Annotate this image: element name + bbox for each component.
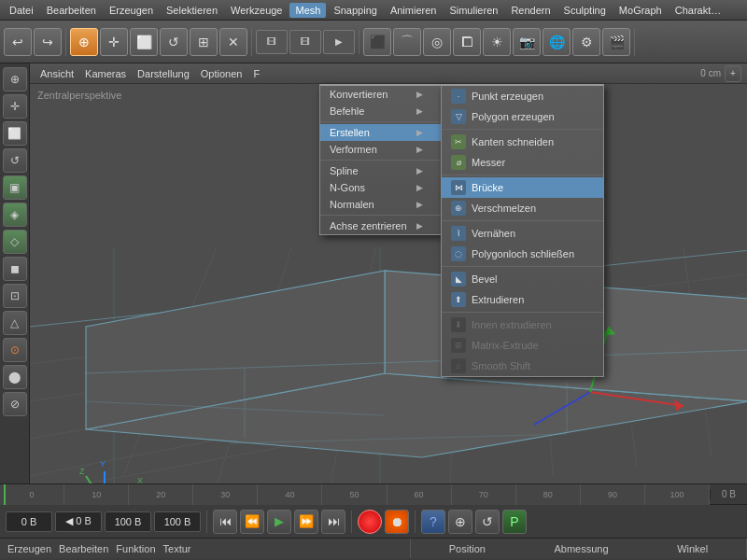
undo-btn[interactable]: ↩ <box>4 28 32 56</box>
curve-btn[interactable]: ⌒ <box>393 28 421 56</box>
transport-play[interactable]: ▶ <box>267 510 291 534</box>
status-textur[interactable]: Textur <box>163 543 191 554</box>
viewport[interactable]: Ansicht Kameras Darstellung Optionen F 0… <box>30 63 747 483</box>
menu-bearbeiten[interactable]: Bearbeiten <box>41 3 102 18</box>
transport-next[interactable]: ⏩ <box>294 510 318 534</box>
sidebar-tool7-btn[interactable]: ⊙ <box>3 338 27 362</box>
menu-datei[interactable]: Datei <box>4 3 39 18</box>
transport-key2[interactable]: ↺ <box>475 510 500 534</box>
transport-time-input[interactable] <box>6 511 52 532</box>
menu-werkzeuge[interactable]: Werkzeuge <box>225 3 288 18</box>
menu-erzeugen[interactable]: Erzeugen <box>104 3 159 18</box>
viewport-expand-btn[interactable]: + <box>725 65 741 82</box>
status-erzeugen[interactable]: Erzeugen <box>7 543 51 554</box>
cube-btn[interactable]: ⬛ <box>363 28 391 56</box>
rotate-btn[interactable]: ↺ <box>160 28 188 56</box>
sub-bruecke[interactable]: ⋈ Brücke <box>442 177 603 198</box>
mesh-achse[interactable]: Achse zentrieren <box>320 217 442 234</box>
viewport-menu-kameras[interactable]: Kameras <box>80 66 131 81</box>
sidebar-tool8-btn[interactable]: ⬤ <box>3 365 27 389</box>
sidebar-tool6-btn[interactable]: △ <box>3 311 27 335</box>
erstellen-submenu[interactable]: · Punkt erzeugen ▽ Polygon erzeugen ✂ Ka… <box>441 84 604 377</box>
sub-messer[interactable]: ⌀ Messer <box>442 152 603 173</box>
sub-polygon-erzeugen[interactable]: ▽ Polygon erzeugen <box>442 106 603 127</box>
mesh-normalen[interactable]: Normalen <box>320 196 442 213</box>
status-funktion[interactable]: Funktion <box>116 543 155 554</box>
sub-sep1 <box>442 129 603 130</box>
mesh-verformen[interactable]: Verformen <box>320 141 442 158</box>
sub-punkt-erzeugen[interactable]: · Punkt erzeugen <box>442 86 603 106</box>
transport-to-end[interactable]: ⏭ <box>321 510 345 534</box>
sidebar-magnet-btn[interactable]: ⊡ <box>3 284 27 308</box>
camera-btn[interactable]: 📷 <box>513 28 541 56</box>
sidebar-point-btn[interactable]: ◈ <box>3 203 27 227</box>
mesh-spline[interactable]: Spline <box>320 162 442 179</box>
nurbs-btn[interactable]: ◎ <box>423 28 451 56</box>
sub-verschmelzen[interactable]: ⊕ Verschmelzen <box>442 198 603 218</box>
select-btn[interactable]: ⊕ <box>70 28 98 56</box>
sidebar-rotate-btn[interactable]: ↺ <box>3 148 27 173</box>
menu-animieren[interactable]: Animieren <box>385 3 443 18</box>
menu-sculpting[interactable]: Sculpting <box>558 3 612 18</box>
sidebar-tool4-btn[interactable]: ◼ <box>3 257 27 281</box>
film-icon-3[interactable]: ▶ <box>323 30 355 54</box>
top-menubar: Datei Bearbeiten Erzeugen Selektieren We… <box>0 0 747 21</box>
sidebar-scale-btn[interactable]: ⬜ <box>3 121 27 146</box>
light-btn[interactable]: ☀ <box>483 28 511 56</box>
mesh-erstellen[interactable]: Erstellen <box>320 124 442 141</box>
move-btn[interactable]: ✛ <box>100 28 128 56</box>
menu-mesh[interactable]: Mesh <box>289 3 326 18</box>
mesh-befehle[interactable]: Befehle <box>320 103 442 119</box>
mesh-ngons[interactable]: N-Gons <box>320 179 442 196</box>
sub-extrudieren[interactable]: ⬆ Extrudieren <box>442 289 603 310</box>
sidebar-select-btn[interactable]: ⊕ <box>3 67 27 91</box>
fx-btn[interactable]: ⚙ <box>572 28 600 56</box>
viewport-menu-f[interactable]: F <box>248 66 264 81</box>
tick-20: 20 <box>129 484 193 505</box>
transport-loop-input[interactable] <box>154 511 201 532</box>
sub-sep4 <box>442 266 603 267</box>
redo-btn[interactable]: ↪ <box>34 28 62 56</box>
film-icon-1[interactable]: 🎞 <box>256 30 288 54</box>
sidebar-poly-btn[interactable]: ▣ <box>3 175 27 200</box>
matrix-ex-icon: ⊞ <box>451 338 466 353</box>
viewport-menu-optionen[interactable]: Optionen <box>196 66 247 81</box>
menu-charakt[interactable]: Charakt… <box>669 3 727 18</box>
render-btn[interactable]: ✕ <box>219 28 247 56</box>
sidebar-move-btn[interactable]: ✛ <box>3 94 27 119</box>
menu-selektieren[interactable]: Selektieren <box>161 3 223 18</box>
menu-snapping[interactable]: Snapping <box>328 3 383 18</box>
transport-record[interactable] <box>358 510 382 534</box>
mesh-menu[interactable]: Konvertieren Befehle Erstellen Verformen… <box>319 84 443 235</box>
select2-btn[interactable]: ⊞ <box>190 28 218 56</box>
timeline-ruler[interactable]: 0 10 20 30 40 50 60 70 80 90 100 <box>0 484 710 505</box>
scene-btn[interactable]: 🌐 <box>543 28 571 56</box>
video-btn[interactable]: 🎬 <box>602 28 630 56</box>
transport-key1[interactable]: ⊕ <box>448 510 472 534</box>
scale-btn[interactable]: ⬜ <box>130 28 158 56</box>
transport-to-start[interactable]: ⏮ <box>213 510 237 534</box>
sub-polygonloch[interactable]: ◌ Polygonloch schließen <box>442 244 603 264</box>
transport-help[interactable]: ? <box>421 510 445 534</box>
film-icon-2[interactable]: 🎞 <box>289 30 321 54</box>
viewport-menu-ansicht[interactable]: Ansicht <box>35 66 78 81</box>
sub-vernaeuen[interactable]: ⌇ Vernähen <box>442 223 603 244</box>
menu-mograph[interactable]: MoGraph <box>613 3 668 18</box>
sep1 <box>320 121 442 122</box>
sidebar-tool9-btn[interactable]: ⊘ <box>3 392 27 416</box>
mesh-konvertieren[interactable]: Konvertieren <box>320 86 442 103</box>
status-bearbeiten[interactable]: Bearbeiten <box>59 543 108 554</box>
polygonloch-icon: ◌ <box>451 246 466 261</box>
transport-key3[interactable]: P <box>502 510 527 534</box>
transport-end-input[interactable] <box>105 511 151 532</box>
sub-bevel[interactable]: ◣ Bevel <box>442 269 603 289</box>
transport-auto-key[interactable]: ⏺ <box>385 510 409 534</box>
viewport-menu-darstellung[interactable]: Darstellung <box>133 66 194 81</box>
menu-simulieren[interactable]: Simulieren <box>444 3 503 18</box>
sub-kanten-schneiden[interactable]: ✂ Kanten schneiden <box>442 132 603 152</box>
transport-fps-input[interactable] <box>55 511 102 532</box>
sidebar-edge-btn[interactable]: ◇ <box>3 230 27 254</box>
deform-btn[interactable]: ⧠ <box>453 28 481 56</box>
menu-rendern[interactable]: Rendern <box>505 3 556 18</box>
transport-prev[interactable]: ⏪ <box>240 510 264 534</box>
